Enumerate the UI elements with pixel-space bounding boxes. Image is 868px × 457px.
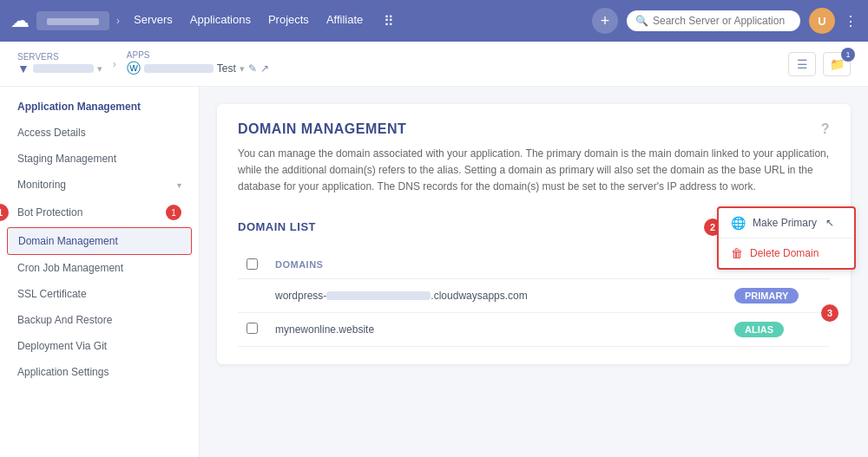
wordpress-icon: ⓦ — [127, 60, 141, 78]
servers-breadcrumb-section: Servers ▼ ▾ — [17, 52, 102, 75]
sidebar-label-staging: Staging Management — [17, 153, 116, 165]
sidebar-item-staging-management[interactable]: Staging Management — [0, 146, 199, 172]
breadcrumb-right: ☰ 📁 1 — [788, 52, 851, 76]
sidebar-label-app-settings: Application Settings — [17, 366, 108, 378]
apps-value: ⓦ Test ▾ ✎ ↗ — [127, 60, 269, 78]
folder-badge: 1 — [841, 48, 855, 62]
server-name-redacted — [33, 64, 94, 73]
col-check-header — [238, 251, 266, 279]
nav-right: + 🔍 U ⋮ — [592, 8, 858, 34]
edit-icon[interactable]: ✎ — [248, 62, 257, 75]
alias-badge: ALIAS — [734, 322, 784, 337]
context-menu: 🌐 Make Primary ↖ 🗑 Delete Domain — [717, 206, 856, 270]
sidebar-label-ssl: SSL Certificate — [17, 288, 87, 300]
monitoring-chevron-icon: ▾ — [177, 180, 181, 190]
delete-domain-label: Delete Domain — [750, 247, 819, 259]
sidebar-item-access-details[interactable]: Access Details — [0, 120, 199, 146]
domain-redacted: wordpress- — [275, 290, 326, 302]
top-navigation: ☁ › Servers Applications Projects Affili… — [0, 0, 868, 42]
content-title: DOMAIN MANAGEMENT ? — [238, 121, 830, 137]
sidebar-label-monitoring: Monitoring — [17, 179, 66, 191]
delete-domain-menu-item[interactable]: 🗑 Delete Domain — [719, 238, 854, 268]
grid-icon[interactable]: ⠿ — [384, 13, 394, 29]
more-options-icon[interactable]: ⋮ — [844, 13, 858, 29]
sidebar-item-deployment-git[interactable]: Deployment Via Git — [0, 333, 199, 359]
sidebar-label-backup: Backup And Restore — [17, 314, 112, 326]
sidebar-item-bot-protection[interactable]: Bot Protection 1 1 — [0, 198, 199, 227]
nav-affiliate[interactable]: Affiliate — [326, 13, 363, 29]
sidebar-item-ssl[interactable]: SSL Certificate — [0, 281, 199, 307]
cursor-icon: ↖ — [825, 217, 834, 229]
main-content: DOMAIN MANAGEMENT ? You can manage the d… — [200, 87, 868, 457]
domain-table: DOMAINS TYPE wordpress-.cloudwaysapps.co… — [238, 251, 830, 347]
help-icon[interactable]: ? — [821, 121, 830, 137]
main-layout: Application Management Access Details St… — [0, 87, 868, 457]
sidebar-label-domain-management: Domain Management — [18, 235, 118, 247]
row1-domain-cell: wordpress-.cloudwaysapps.com — [266, 278, 726, 312]
make-primary-menu-item[interactable]: 🌐 Make Primary ↖ — [719, 208, 854, 238]
table-row: mynewonline.website ALIAS 3 🌐 Make Pr — [238, 312, 830, 346]
make-primary-label: Make Primary — [753, 217, 817, 229]
content-description: You can manage the domain associated wit… — [238, 146, 830, 196]
sidebar-label-deployment: Deployment Via Git — [17, 340, 107, 352]
app-test-label: Test — [217, 62, 236, 75]
row2-domain-cell: mynewonline.website — [266, 312, 726, 346]
server-icon: ▼ — [17, 62, 30, 75]
globe-icon: 🌐 — [731, 216, 746, 230]
row1-check-cell — [238, 278, 266, 312]
avatar[interactable]: U — [809, 8, 835, 34]
servers-label: Servers — [17, 52, 102, 62]
row2-domain: mynewonline.website — [275, 323, 374, 336]
row2-check-cell — [238, 312, 266, 346]
apps-breadcrumb-section: Apps ⓦ Test ▾ ✎ ↗ — [127, 50, 269, 78]
domain-management-title: DOMAIN MANAGEMENT — [238, 121, 406, 137]
row2-checkbox[interactable] — [247, 323, 258, 334]
sidebar-item-monitoring[interactable]: Monitoring ▾ — [0, 172, 199, 198]
nav-projects[interactable]: Projects — [268, 13, 309, 29]
breadcrumb-bar: Servers ▼ ▾ › Apps ⓦ Test ▾ ✎ ↗ ☰ 📁 1 — [0, 42, 868, 87]
sidebar-section-title: Application Management — [0, 101, 199, 120]
trash-icon: 🗑 — [731, 246, 743, 260]
domain-redacted-block — [326, 291, 431, 300]
section-arrow: › — [113, 58, 116, 70]
servers-value: ▼ ▾ — [17, 62, 102, 75]
nav-links: Servers Applications Projects Affiliate … — [134, 13, 394, 29]
sidebar-item-app-settings[interactable]: Application Settings — [0, 359, 199, 385]
sidebar-item-cron-job[interactable]: Cron Job Management — [0, 255, 199, 281]
nav-servers[interactable]: Servers — [134, 13, 173, 29]
bot-protection-badge: 1 — [166, 205, 181, 220]
sidebar: Application Management Access Details St… — [0, 87, 200, 457]
external-link-icon[interactable]: ↗ — [260, 62, 269, 75]
sidebar-item-domain-management[interactable]: Domain Management — [7, 227, 192, 255]
row1-type-cell: PRIMARY — [726, 278, 830, 312]
server-chevron[interactable]: ▾ — [97, 63, 102, 75]
add-button[interactable]: + — [592, 8, 618, 34]
table-view-button[interactable]: ☰ — [788, 52, 816, 76]
annotation-1: 1 — [0, 204, 9, 221]
row2-type-cell: ALIAS 3 🌐 Make Primary ↖ — [726, 312, 830, 346]
apps-label: Apps — [127, 50, 269, 60]
col-domains-header: DOMAINS — [266, 251, 726, 279]
domain-list-title: DOMAIN LIST — [238, 220, 316, 233]
primary-badge: PRIMARY — [734, 288, 799, 304]
app-name-redacted — [144, 64, 214, 73]
table-view-btn-wrap: ☰ — [788, 52, 816, 76]
server-breadcrumb[interactable] — [36, 11, 109, 30]
domain-suffix: .cloudwaysapps.com — [431, 290, 527, 302]
sidebar-label-access-details: Access Details — [17, 127, 86, 139]
search-wrap: 🔍 — [627, 10, 800, 31]
content-card: DOMAIN MANAGEMENT ? You can manage the d… — [217, 104, 851, 364]
table-row: wordpress-.cloudwaysapps.com PRIMARY — [238, 278, 830, 312]
nav-applications[interactable]: Applications — [190, 13, 251, 29]
search-icon: 🔍 — [635, 15, 648, 27]
logo[interactable]: ☁ — [10, 10, 30, 32]
search-input[interactable] — [627, 10, 800, 31]
select-all-checkbox[interactable] — [247, 258, 258, 270]
cloud-icon: ☁ — [10, 10, 30, 32]
sidebar-item-backup-restore[interactable]: Backup And Restore — [0, 307, 199, 333]
app-chevron[interactable]: ▾ — [240, 63, 245, 75]
sidebar-label-cron-job: Cron Job Management — [17, 262, 123, 274]
annotation-3: 3 — [821, 304, 838, 322]
breadcrumb-arrow: › — [116, 15, 120, 27]
sidebar-label-bot-protection: Bot Protection — [17, 206, 82, 219]
